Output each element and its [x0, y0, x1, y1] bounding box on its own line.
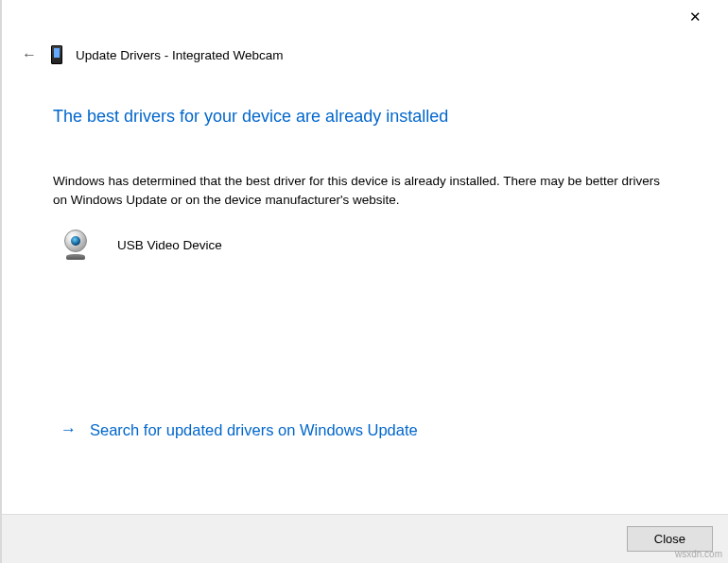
- status-description: Windows has determined that the best dri…: [53, 172, 677, 209]
- dialog-content: The best drivers for your device are alr…: [2, 64, 728, 514]
- dialog-header: ← Update Drivers - Integrated Webcam: [2, 36, 728, 64]
- watermark: wsxdn.com: [675, 549, 722, 559]
- status-heading: The best drivers for your device are alr…: [53, 107, 677, 127]
- device-type-icon: [51, 45, 62, 64]
- update-drivers-dialog: ✕ ← Update Drivers - Integrated Webcam T…: [0, 0, 728, 563]
- close-button[interactable]: Close: [627, 526, 713, 552]
- back-arrow-icon[interactable]: ←: [21, 46, 38, 63]
- device-name-label: USB Video Device: [117, 238, 222, 252]
- webcam-icon: [61, 230, 91, 260]
- close-icon[interactable]: ✕: [682, 6, 709, 27]
- titlebar: ✕: [2, 0, 728, 36]
- windows-update-link[interactable]: → Search for updated drivers on Windows …: [53, 420, 677, 439]
- dialog-footer: Close: [2, 514, 728, 563]
- device-row: USB Video Device: [53, 230, 677, 260]
- windows-update-link-text: Search for updated drivers on Windows Up…: [90, 421, 418, 439]
- arrow-right-icon: →: [61, 420, 77, 439]
- dialog-title: Update Drivers - Integrated Webcam: [76, 48, 284, 62]
